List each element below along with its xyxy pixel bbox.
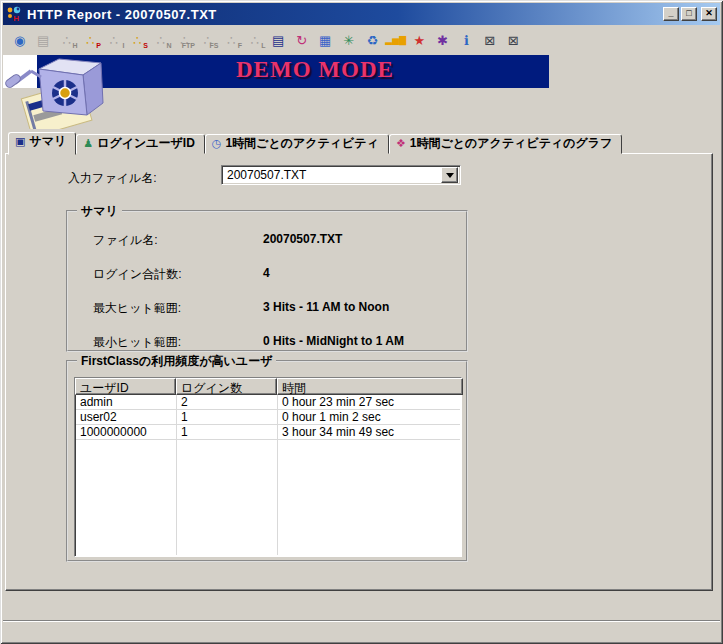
tab-label: サマリ	[29, 133, 66, 150]
printer-button: ▤	[32, 28, 56, 52]
hourly-graph-tab-icon: ❖	[396, 138, 406, 149]
info-exit-button[interactable]: ℹ	[455, 28, 479, 52]
chart-fs-badge: FS	[210, 42, 219, 49]
summary-row-value: 4	[263, 266, 270, 300]
chart-n-button: ∴N	[149, 28, 173, 52]
input-file-combobox[interactable]: 20070507.TXT	[221, 165, 461, 185]
table-cell: 1	[177, 425, 278, 439]
column-header-1[interactable]: ユーザID	[75, 378, 176, 395]
chart-p-badge: P	[96, 42, 101, 49]
chart-n-badge: N	[166, 42, 171, 49]
minimize-button[interactable]: _	[663, 7, 679, 21]
chart-f-button: ∴F	[220, 28, 244, 52]
list-star-icon: ★	[413, 34, 425, 47]
chart-s-button[interactable]: ∴S	[126, 28, 150, 52]
chart-h-button: ∴H	[55, 28, 79, 52]
table-cell: admin	[76, 395, 177, 409]
chart-s-icon: ∴	[133, 34, 141, 47]
summary-row: 最大ヒット範囲:3 Hits - 11 AM to Noon	[93, 300, 458, 334]
chart-f-badge: F	[238, 42, 242, 49]
tab-hourly-activity-graph[interactable]: ❖1時間ごとのアクティビティのグラフ	[389, 134, 623, 154]
table-row[interactable]: user0210 hour 1 min 2 sec	[76, 410, 460, 425]
user-table-header: ユーザIDログイン数時間	[75, 378, 461, 395]
tab-hourly-activity[interactable]: ◷1時間ごとのアクティビティ	[205, 134, 389, 154]
demo-mode-text: DEMO MODE	[236, 57, 394, 83]
summary-rows: ファイル名:20070507.TXTログイン合計数:4最大ヒット範囲:3 Hit…	[93, 232, 458, 368]
close-button[interactable]: ✕	[701, 7, 717, 21]
app-window: H HTTP Report - 20070507.TXT _ □ ✕ ◉▤∴H∴…	[0, 0, 723, 644]
chart-n-icon: ∴	[157, 34, 165, 47]
refresh-edit-icon: ↻	[296, 34, 307, 47]
list-star-button[interactable]: ★	[408, 28, 432, 52]
table-cell: 1	[177, 410, 278, 424]
report-list-button[interactable]: ▤	[267, 28, 291, 52]
chart-p-button[interactable]: ∴P	[79, 28, 103, 52]
table-row[interactable]: 100000000013 hour 34 min 49 sec	[76, 425, 460, 440]
maximize-button[interactable]: □	[681, 7, 697, 21]
summary-row-label: 最大ヒット範囲:	[93, 300, 263, 334]
chart-l-badge: L	[261, 42, 265, 49]
chart-h-badge: H	[72, 42, 77, 49]
toolbar: ◉▤∴H∴P∴I∴S∴N∴FTP∴FS∴F∴L▤↻▦✳♻▂▅▇★✱ℹ⊠⊠	[3, 25, 720, 55]
summary-row-value: 20070507.TXT	[263, 232, 342, 266]
user-group-button[interactable]: ✳	[337, 28, 361, 52]
user-table: ユーザIDログイン数時間 admin20 hour 23 min 27 secu…	[74, 377, 462, 557]
top-users-groupbox: FirstClassの利用頻度が高いユーザ ユーザIDログイン数時間 admin…	[66, 360, 468, 562]
summary-row-value: 3 Hits - 11 AM to Noon	[263, 300, 389, 334]
svg-text:H: H	[13, 14, 19, 23]
summary-row: ファイル名:20070507.TXT	[93, 232, 458, 266]
chart-i-button: ∴I	[102, 28, 126, 52]
column-header-2[interactable]: ログイン数	[176, 378, 277, 395]
bar-chart-button[interactable]: ▂▅▇	[384, 28, 408, 52]
column-header-3[interactable]: 時間	[277, 378, 463, 395]
table-cell: user02	[76, 410, 177, 424]
login-user-tab-icon: ♟	[83, 138, 93, 149]
globe-sync-button[interactable]: ♻	[361, 28, 385, 52]
app-logo	[3, 55, 117, 129]
list-options-button[interactable]: ✱	[431, 28, 455, 52]
status-bar	[3, 622, 720, 641]
window-title: HTTP Report - 20070507.TXT	[27, 7, 663, 22]
overview-globe-button[interactable]: ◉	[8, 28, 32, 52]
close-report-icon: ⊠	[508, 34, 519, 47]
chart-fs-button: ∴FS	[196, 28, 220, 52]
tab-login-user-id[interactable]: ♟ログインユーザID	[76, 134, 205, 154]
chart-l-button: ∴L	[243, 28, 267, 52]
top-users-groupbox-title: FirstClassの利用頻度が高いユーザ	[77, 353, 276, 370]
summary-tab-panel: 入力ファイル名: 20070507.TXT サマリ ファイル名:20070507…	[5, 153, 713, 591]
tab-label: 1時間ごとのアクティビティ	[225, 135, 379, 152]
table-cell: 0 hour 1 min 2 sec	[278, 410, 460, 424]
chart-ftp-button: ∴FTP	[173, 28, 197, 52]
chart-ftp-badge: FTP	[182, 42, 195, 49]
chart-p-icon: ∴	[86, 34, 94, 47]
chart-l-icon: ∴	[251, 34, 259, 47]
app-icon: H	[6, 6, 23, 22]
summary-row: ログイン合計数:4	[93, 266, 458, 300]
image-mail-icon: ▦	[319, 34, 331, 47]
image-mail-button[interactable]: ▦	[314, 28, 338, 52]
report-list-icon: ▤	[272, 34, 284, 47]
table-cell: 3 hour 34 min 49 sec	[278, 425, 460, 439]
table-row[interactable]: admin20 hour 23 min 27 sec	[76, 395, 460, 410]
chevron-down-icon	[446, 173, 454, 182]
close-window-button[interactable]: ⊠	[478, 28, 502, 52]
bar-chart-icon: ▂▅▇	[385, 36, 406, 45]
summary-groupbox: サマリ ファイル名:20070507.TXTログイン合計数:4最大ヒット範囲:3…	[66, 210, 468, 352]
tab-summary[interactable]: ▣サマリ	[8, 132, 76, 155]
user-table-body: admin20 hour 23 min 27 secuser0210 hour …	[76, 395, 460, 555]
summary-row-label: ファイル名:	[93, 232, 263, 266]
table-cell: 1000000000	[76, 425, 177, 439]
close-report-button[interactable]: ⊠	[502, 28, 526, 52]
list-options-icon: ✱	[437, 34, 448, 47]
window-controls: _ □ ✕	[663, 7, 717, 21]
table-cell: 0 hour 23 min 27 sec	[278, 395, 460, 409]
refresh-edit-button[interactable]: ↻	[290, 28, 314, 52]
tab-label: ログインユーザID	[97, 135, 195, 152]
input-file-label: 入力ファイル名:	[68, 170, 156, 187]
chart-i-icon: ∴	[110, 34, 118, 47]
combobox-dropdown-button[interactable]	[441, 167, 458, 183]
chart-f-icon: ∴	[227, 34, 235, 47]
tab-strip: ▣サマリ♟ログインユーザID◷1時間ごとのアクティビティ❖1時間ごとのアクティビ…	[8, 131, 622, 154]
info-exit-icon: ℹ	[464, 34, 469, 47]
close-window-icon: ⊠	[484, 34, 495, 47]
